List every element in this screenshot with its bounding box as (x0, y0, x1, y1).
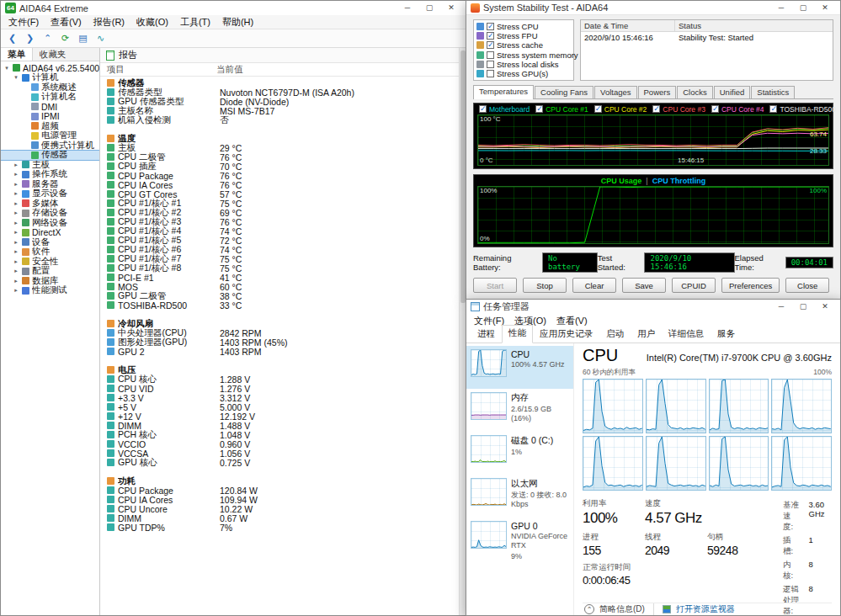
sensor-row[interactable]: +5 V 5.000 V (107, 402, 466, 412)
sensor-row[interactable]: PCH 核心 1.048 V (107, 430, 466, 439)
minimize-button[interactable]: ─ (770, 300, 792, 313)
twisty-icon[interactable]: ▸ (13, 287, 19, 294)
tree-item[interactable]: ▸ 安全性 (1, 257, 99, 267)
menu-item[interactable]: 工具(T) (174, 15, 216, 29)
dialog-button[interactable]: Stop (523, 278, 567, 293)
legend-item[interactable]: CPU Core #4 (711, 105, 764, 114)
up-icon[interactable]: ⌃ (40, 31, 56, 46)
tab[interactable]: 启动 (599, 326, 631, 343)
stress-option[interactable]: Stress cache (476, 40, 571, 50)
legend-item[interactable]: TOSHIBA-RD500 (769, 105, 835, 114)
cpu-core-graphs[interactable] (583, 379, 832, 491)
maximize-button[interactable]: ▢ (418, 2, 440, 14)
maximize-button[interactable]: ▢ (792, 2, 814, 14)
sensor-row[interactable]: PCI-E #1 41 °C (107, 273, 466, 282)
dialog-button[interactable]: Preferences (721, 278, 780, 293)
tab[interactable]: Unified (714, 86, 751, 98)
dialog-button[interactable]: CPUID (672, 278, 716, 293)
stress-option[interactable]: Stress GPU(s) (476, 69, 571, 78)
sensor-row[interactable]: CPU Package 120.84 W (107, 486, 466, 495)
maximize-button[interactable]: ▢ (792, 300, 814, 313)
sensor-row[interactable]: +3.3 V 3.312 V (107, 393, 466, 402)
menu-item[interactable]: 收藏(O) (130, 15, 174, 29)
tree-item[interactable]: 传感器 (1, 151, 99, 161)
twisty-icon[interactable]: ▸ (13, 248, 19, 255)
twisty-icon[interactable]: ▸ (13, 181, 19, 188)
sensor-row[interactable]: TOSHIBA-RD500 33 °C (107, 300, 466, 310)
minimize-button[interactable]: ─ (770, 2, 792, 14)
checkbox[interactable] (487, 51, 494, 59)
tab[interactable]: 用户 (631, 326, 662, 343)
sensor-row[interactable]: GPU 二极管 38 °C (107, 291, 466, 300)
legend-checkbox[interactable] (711, 105, 719, 113)
dialog-button[interactable]: Close (785, 278, 829, 293)
tab[interactable]: 进程 (471, 326, 502, 343)
twisty-icon[interactable]: ▸ (13, 278, 19, 284)
collapse-icon[interactable]: ⌃ (584, 604, 594, 614)
dialog-button[interactable]: Clear (572, 278, 616, 293)
stress-option[interactable]: Stress FPU (476, 31, 571, 40)
stress-option[interactable]: Stress system memory (476, 50, 571, 60)
dialog-button[interactable]: Start (473, 278, 517, 293)
sensor-row[interactable]: CPU IA Cores 76 °C (107, 180, 466, 189)
menu-item[interactable]: 查看(V) (45, 15, 88, 29)
tree-item[interactable]: DMI (1, 102, 99, 112)
menu-item[interactable]: 文件(F) (3, 15, 45, 29)
sidebar-item-ethernet[interactable]: 以太网 发送: 0 接收: 8.0 Kbps (466, 475, 573, 518)
legend-checkbox[interactable] (535, 105, 543, 113)
sidebar-item-memory[interactable]: 内存 2.6/15.9 GB (16%) (466, 389, 573, 432)
twisty-icon[interactable]: ▸ (13, 162, 19, 168)
stress-option[interactable]: Stress CPU (476, 22, 571, 31)
legend-checkbox[interactable] (769, 105, 777, 113)
tab[interactable]: 性能 (502, 325, 533, 343)
sensor-row[interactable]: CPU 核心 1.288 V (107, 374, 466, 384)
sensor-row[interactable]: CPU 插座 70 °C (107, 162, 466, 171)
checkbox[interactable] (487, 23, 494, 30)
tab[interactable]: Temperatures (473, 85, 534, 99)
sensor-row[interactable]: CPU Uncore 10.22 W (107, 504, 466, 513)
stability-titlebar[interactable]: System Stability Test - AIDA64 ─ ▢ ✕ (466, 1, 840, 15)
legend-item[interactable]: CPU Core #2 (594, 105, 647, 114)
twisty-icon[interactable]: ▸ (13, 171, 19, 178)
twisty-icon[interactable]: ▾ (13, 74, 19, 81)
sidebar-item-cpu[interactable]: CPU 100% 4.57 GHz (466, 346, 573, 389)
sidebar-item-disk[interactable]: 磁盘 0 (C:) 1% (466, 432, 573, 475)
graph-icon[interactable]: ∿ (93, 31, 109, 46)
checkbox[interactable] (487, 32, 494, 40)
twisty-icon[interactable]: ▸ (13, 210, 19, 216)
sensor-row[interactable]: CPU #1/核心 #8 75 °C (107, 263, 466, 273)
twisty-icon[interactable]: ▾ (3, 65, 10, 72)
twisty-icon[interactable]: ▸ (13, 190, 19, 197)
sidebar-tab[interactable]: 收藏夹 (33, 48, 73, 61)
tree-item[interactable]: 计算机名 (1, 93, 99, 103)
minimize-button[interactable]: ─ (397, 2, 418, 14)
legend-checkbox[interactable] (594, 105, 602, 113)
report-label[interactable]: 报告 (119, 49, 137, 61)
forward-icon[interactable]: ❯ (22, 31, 38, 46)
sidebar-item-gpu[interactable]: GPU 0 NVIDIA GeForce RTX 9% (466, 518, 573, 560)
tab[interactable]: Cooling Fans (535, 86, 593, 98)
twisty-icon[interactable]: ▸ (13, 220, 19, 226)
twisty-icon[interactable]: ▸ (13, 239, 19, 246)
twisty-icon[interactable]: ▸ (13, 268, 19, 274)
aida64-titlebar[interactable]: 64 AIDA64 Extreme ─ ▢ ✕ (1, 1, 466, 15)
log-row[interactable]: 2020/9/10 15:46:16 Stability Test: Start… (581, 32, 833, 43)
legend-checkbox[interactable] (652, 105, 660, 113)
sensor-row[interactable]: 功耗 (107, 476, 466, 486)
tree-item[interactable]: ▸ 设备 (1, 237, 99, 247)
tab[interactable]: Statistics (751, 86, 795, 98)
tab[interactable]: Clocks (677, 86, 713, 98)
checkbox[interactable] (487, 41, 494, 49)
close-button[interactable]: ✕ (814, 2, 836, 14)
tab[interactable]: 服务 (711, 326, 742, 343)
twisty-icon[interactable]: ▸ (13, 258, 19, 265)
tab[interactable]: 详细信息 (662, 326, 711, 343)
twisty-icon[interactable]: ▸ (13, 229, 19, 236)
tree-item[interactable]: ▸ 网络设备 (1, 218, 99, 228)
back-icon[interactable]: ❮ (4, 31, 20, 46)
menu-item[interactable]: 帮助(H) (216, 15, 259, 29)
report-panel-icon[interactable]: ▤ (75, 31, 91, 46)
close-button[interactable]: ✕ (814, 300, 836, 313)
sensor-row[interactable]: GPU TDP% 7% (107, 523, 466, 532)
tab[interactable]: Voltages (594, 86, 636, 98)
